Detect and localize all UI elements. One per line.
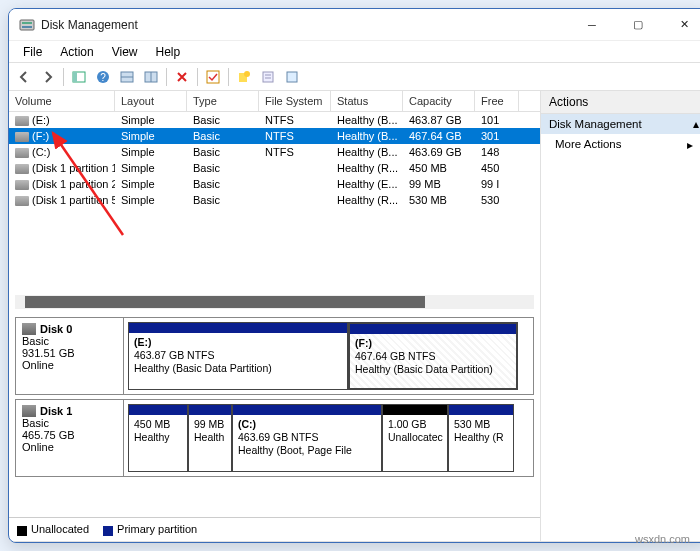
- drive-icon: [15, 116, 29, 126]
- partition[interactable]: (C:)463.69 GB NTFSHealthy (Boot, Page Fi…: [232, 404, 382, 472]
- legend-item: Primary partition: [103, 523, 197, 535]
- column-header[interactable]: Free: [475, 91, 519, 111]
- disk-icon: [22, 405, 36, 417]
- svg-point-13: [244, 71, 250, 77]
- minimize-button[interactable]: ─: [569, 9, 615, 41]
- partition[interactable]: 99 MBHealth: [188, 404, 232, 472]
- svg-rect-17: [287, 72, 297, 82]
- view-1-button[interactable]: [116, 66, 138, 88]
- column-header[interactable]: File System: [259, 91, 331, 111]
- view-2-button[interactable]: [140, 66, 162, 88]
- volume-row[interactable]: (Disk 1 partition 2)SimpleBasicHealthy (…: [9, 176, 540, 192]
- horizontal-scrollbar[interactable]: [15, 295, 534, 309]
- actions-header: Actions: [541, 91, 700, 114]
- disk-graphical-view: Disk 0Basic931.51 GBOnline(E:)463.87 GB …: [9, 313, 540, 517]
- volume-list: VolumeLayoutTypeFile SystemStatusCapacit…: [9, 91, 540, 291]
- partition-color-bar: [350, 324, 516, 334]
- main-pane: VolumeLayoutTypeFile SystemStatusCapacit…: [9, 91, 541, 541]
- volume-row[interactable]: (E:)SimpleBasicNTFSHealthy (B...463.87 G…: [9, 112, 540, 128]
- collapse-icon: ▴: [693, 117, 699, 131]
- help-button[interactable]: ?: [92, 66, 114, 88]
- properties-button[interactable]: [257, 66, 279, 88]
- partition-color-bar: [189, 405, 231, 415]
- disk-management-window: Disk Management ─ ▢ ✕ FileActionViewHelp…: [8, 8, 700, 543]
- volume-row[interactable]: (Disk 1 partition 5)SimpleBasicHealthy (…: [9, 192, 540, 208]
- svg-rect-14: [263, 72, 273, 82]
- delete-button[interactable]: [171, 66, 193, 88]
- disk-info[interactable]: Disk 1Basic465.75 GBOnline: [16, 400, 124, 476]
- volume-list-header: VolumeLayoutTypeFile SystemStatusCapacit…: [9, 91, 540, 112]
- drive-icon: [15, 132, 29, 142]
- titlebar: Disk Management ─ ▢ ✕: [9, 9, 700, 41]
- actions-pane: Actions Disk Management ▴ More Actions ▸: [541, 91, 700, 541]
- volume-row[interactable]: (Disk 1 partition 1)SimpleBasicHealthy (…: [9, 160, 540, 176]
- column-header[interactable]: Type: [187, 91, 259, 111]
- partition-color-bar: [129, 405, 187, 415]
- svg-rect-2: [22, 26, 32, 28]
- back-button[interactable]: [13, 66, 35, 88]
- column-header[interactable]: Layout: [115, 91, 187, 111]
- window-title: Disk Management: [41, 18, 569, 32]
- chevron-right-icon: ▸: [687, 138, 693, 152]
- column-header[interactable]: Capacity: [403, 91, 475, 111]
- menu-help[interactable]: Help: [148, 43, 189, 61]
- column-header[interactable]: Status: [331, 91, 403, 111]
- drive-icon: [15, 148, 29, 158]
- partition-color-bar: [383, 405, 447, 415]
- menubar: FileActionViewHelp: [9, 41, 700, 63]
- partition[interactable]: (F:)467.64 GB NTFSHealthy (Basic Data Pa…: [348, 322, 518, 390]
- check-button[interactable]: [202, 66, 224, 88]
- svg-text:?: ?: [100, 72, 106, 83]
- disk-mgmt-icon: [19, 17, 35, 33]
- actions-group-disk-mgmt[interactable]: Disk Management ▴: [541, 114, 700, 134]
- watermark: wsxdn.com: [635, 533, 690, 545]
- more-actions-item[interactable]: More Actions ▸: [541, 134, 700, 156]
- legend-item: Unallocated: [17, 523, 89, 535]
- drive-icon: [15, 164, 29, 174]
- drive-icon: [15, 196, 29, 206]
- volume-row[interactable]: (C:)SimpleBasicNTFSHealthy (B...463.69 G…: [9, 144, 540, 160]
- disk-icon: [22, 323, 36, 335]
- forward-button[interactable]: [37, 66, 59, 88]
- disk-info[interactable]: Disk 0Basic931.51 GBOnline: [16, 318, 124, 394]
- menu-action[interactable]: Action: [52, 43, 101, 61]
- column-header[interactable]: Volume: [9, 91, 115, 111]
- close-button[interactable]: ✕: [661, 9, 700, 41]
- partition-color-bar: [233, 405, 381, 415]
- new-button[interactable]: [233, 66, 255, 88]
- legend: UnallocatedPrimary partition: [9, 517, 540, 541]
- maximize-button[interactable]: ▢: [615, 9, 661, 41]
- menu-file[interactable]: File: [15, 43, 50, 61]
- volume-row[interactable]: (F:)SimpleBasicNTFSHealthy (B...467.64 G…: [9, 128, 540, 144]
- toolbar: ?: [9, 63, 700, 91]
- partition[interactable]: 1.00 GBUnallocatec: [382, 404, 448, 472]
- drive-icon: [15, 180, 29, 190]
- show-hide-button[interactable]: [68, 66, 90, 88]
- menu-view[interactable]: View: [104, 43, 146, 61]
- svg-rect-0: [20, 20, 34, 30]
- partition[interactable]: (E:)463.87 GB NTFSHealthy (Basic Data Pa…: [128, 322, 348, 390]
- partition[interactable]: 450 MBHealthy: [128, 404, 188, 472]
- disk-map: Disk 1Basic465.75 GBOnline450 MBHealthy9…: [15, 399, 534, 477]
- partition-color-bar: [449, 405, 513, 415]
- svg-rect-4: [73, 72, 77, 82]
- settings-button[interactable]: [281, 66, 303, 88]
- disk-map: Disk 0Basic931.51 GBOnline(E:)463.87 GB …: [15, 317, 534, 395]
- svg-rect-11: [207, 71, 219, 83]
- svg-rect-1: [22, 22, 32, 24]
- partition[interactable]: 530 MBHealthy (R: [448, 404, 514, 472]
- partition-color-bar: [129, 323, 347, 333]
